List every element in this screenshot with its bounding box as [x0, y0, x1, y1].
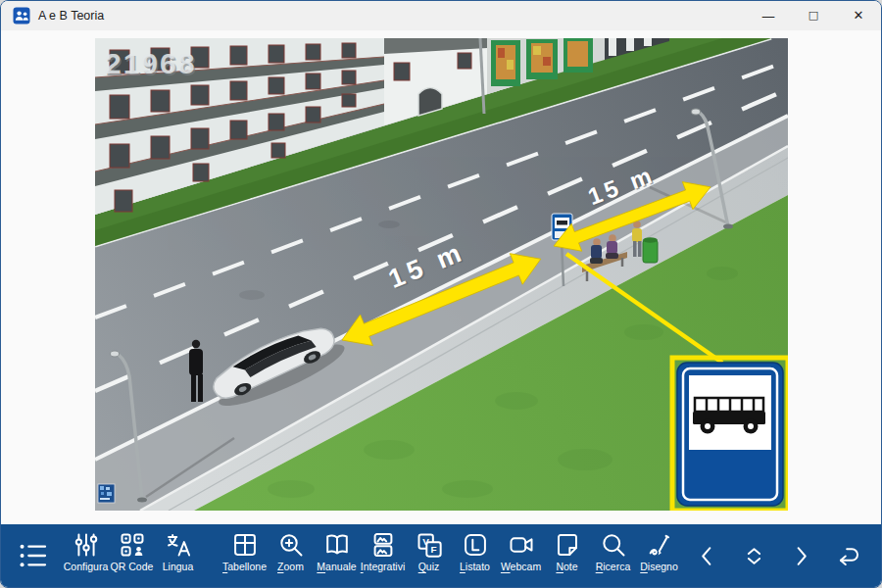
search-icon	[600, 531, 627, 559]
toolbar-button-ricerca[interactable]: Ricerca	[590, 531, 636, 580]
note-page-icon	[554, 531, 581, 559]
maximize-button[interactable]: □	[791, 1, 836, 30]
chevrons-updown-icon	[741, 543, 767, 569]
toolbar-button-tabellone[interactable]: Tabellone	[221, 531, 268, 580]
letter-l-icon	[462, 531, 489, 559]
toolbar-items: ConfiguraQR CodeLinguaTabelloneZoomManua…	[63, 531, 682, 580]
scene-svg: 15 m 15 m 15 m 15 m	[95, 38, 788, 511]
video-camera-icon	[508, 531, 535, 559]
list-icon	[18, 540, 49, 571]
svg-text:21968: 21968	[105, 47, 196, 79]
toolbar-label-disegno: Disegno	[640, 561, 678, 572]
toolbar-label-lingua: Lingua	[163, 561, 194, 572]
trash-bin	[643, 237, 658, 263]
toolbar-button-list[interactable]	[12, 534, 55, 577]
toolbar-button-configura[interactable]: Configura	[63, 531, 109, 580]
open-book-icon	[323, 531, 351, 559]
qr-code-icon	[119, 531, 146, 559]
svg-text:F: F	[430, 544, 436, 555]
toolbar-label-note: Note	[556, 561, 577, 572]
question-image: 15 m 15 m 15 m 15 m	[95, 38, 788, 511]
toolbar-button-quiz[interactable]: VFQuiz	[406, 531, 452, 580]
grid-icon	[231, 531, 259, 559]
toolbar-button-qrcode[interactable]: QR Code	[109, 531, 155, 580]
sliders-icon	[73, 531, 100, 559]
zoom-in-icon	[277, 531, 305, 559]
translate-icon	[165, 531, 192, 559]
toolbar-label-quiz: Quiz	[418, 561, 440, 572]
nav-return-button[interactable]	[824, 534, 871, 577]
toolbar-label-webcam: Webcam	[501, 561, 541, 572]
toolbar-label-integrativi: Integrativi	[361, 561, 406, 572]
content-area: 15 m 15 m 15 m 15 m	[1, 30, 881, 524]
toolbar-button-note[interactable]: Note	[544, 531, 590, 580]
toolbar-label-ricerca: Ricerca	[596, 561, 631, 572]
toolbar: ConfiguraQR CodeLinguaTabelloneZoomManua…	[1, 524, 881, 587]
toolbar-label-qrcode: QR Code	[111, 561, 154, 572]
nav-previous-button[interactable]	[683, 534, 730, 577]
question-number: 21968 21968	[105, 47, 198, 81]
toolbar-button-manuale[interactable]: Manuale	[314, 531, 360, 580]
chevron-left-icon	[694, 543, 720, 569]
return-arrow-icon	[835, 543, 861, 569]
nav-scroll-button[interactable]	[730, 534, 777, 577]
images-icon	[369, 531, 397, 559]
toolbar-button-disegno[interactable]: Disegno	[636, 531, 682, 580]
title-bar: A e B Teoria — □ ✕	[1, 1, 881, 30]
minimize-button[interactable]: —	[746, 1, 791, 30]
toolbar-label-configura: Configura	[64, 561, 109, 572]
toolbar-button-integrativi[interactable]: Integrativi	[360, 531, 406, 580]
toolbar-button-lingua[interactable]: Lingua	[155, 531, 201, 580]
toolbar-label-manuale: Manuale	[317, 561, 356, 572]
toolbar-label-zoom: Zoom	[277, 561, 304, 572]
toolbar-button-zoom[interactable]: Zoom	[268, 531, 314, 580]
pen-draw-icon	[646, 531, 673, 559]
true-false-icon: VF	[416, 531, 443, 559]
app-window: A e B Teoria — □ ✕	[0, 0, 882, 588]
toolbar-label-listato: Listato	[460, 561, 490, 572]
toolbar-button-listato[interactable]: Listato	[452, 531, 498, 580]
toolbar-button-webcam[interactable]: Webcam	[498, 531, 544, 580]
toolbar-label-tabellone: Tabellone	[222, 561, 267, 572]
bus-stop-sign	[672, 358, 788, 511]
watermark-logo	[98, 484, 115, 503]
app-people-icon	[13, 7, 30, 24]
close-button[interactable]: ✕	[836, 1, 881, 30]
chevron-right-icon	[788, 543, 814, 569]
window-title: A e B Teoria	[38, 9, 104, 23]
toolbar-navigation	[683, 534, 871, 577]
nav-next-button[interactable]	[777, 534, 824, 577]
